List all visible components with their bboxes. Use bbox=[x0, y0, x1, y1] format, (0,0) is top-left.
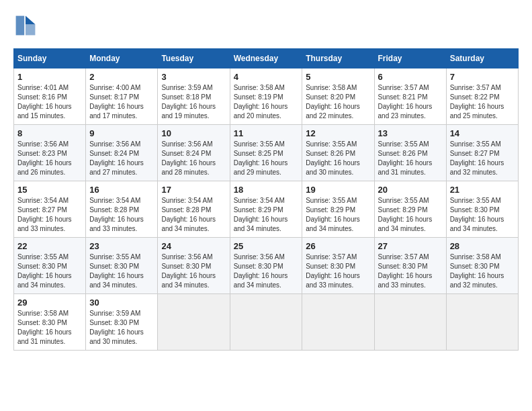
calendar-week-row: 8 Sunrise: 3:56 AMSunset: 8:23 PMDayligh… bbox=[14, 125, 519, 181]
calendar-day-cell: 18 Sunrise: 3:54 AMSunset: 8:29 PMDaylig… bbox=[230, 181, 302, 238]
calendar-day-cell bbox=[230, 294, 302, 351]
calendar-header-monday: Monday bbox=[86, 49, 158, 68]
day-info: Sunrise: 4:00 AMSunset: 8:17 PMDaylight:… bbox=[89, 83, 154, 121]
day-info: Sunrise: 3:55 AMSunset: 8:26 PMDaylight:… bbox=[378, 140, 443, 177]
calendar-day-cell: 20 Sunrise: 3:55 AMSunset: 8:29 PMDaylig… bbox=[374, 181, 446, 238]
calendar-day-cell: 6 Sunrise: 3:57 AMSunset: 8:21 PMDayligh… bbox=[374, 68, 446, 125]
calendar-day-cell: 16 Sunrise: 3:54 AMSunset: 8:28 PMDaylig… bbox=[86, 181, 158, 238]
day-number: 2 bbox=[89, 72, 154, 82]
calendar-day-cell: 7 Sunrise: 3:57 AMSunset: 8:22 PMDayligh… bbox=[446, 68, 518, 125]
calendar-day-cell: 17 Sunrise: 3:54 AMSunset: 8:28 PMDaylig… bbox=[158, 181, 230, 238]
day-info: Sunrise: 3:55 AMSunset: 8:30 PMDaylight:… bbox=[89, 253, 154, 290]
day-info: Sunrise: 3:57 AMSunset: 8:22 PMDaylight:… bbox=[450, 83, 515, 121]
day-info: Sunrise: 3:54 AMSunset: 8:28 PMDaylight:… bbox=[161, 196, 226, 234]
logo-icon bbox=[13, 13, 38, 38]
day-info: Sunrise: 3:58 AMSunset: 8:30 PMDaylight:… bbox=[450, 253, 515, 290]
day-number: 6 bbox=[378, 72, 443, 82]
calendar-header-sunday: Sunday bbox=[14, 49, 86, 68]
day-info: Sunrise: 3:56 AMSunset: 8:30 PMDaylight:… bbox=[234, 253, 299, 290]
day-info: Sunrise: 4:01 AMSunset: 8:16 PMDaylight:… bbox=[17, 83, 82, 121]
day-number: 8 bbox=[17, 128, 82, 138]
calendar-day-cell: 11 Sunrise: 3:55 AMSunset: 8:25 PMDaylig… bbox=[230, 125, 302, 181]
calendar-week-row: 1 Sunrise: 4:01 AMSunset: 8:16 PMDayligh… bbox=[14, 68, 519, 125]
day-info: Sunrise: 3:57 AMSunset: 8:21 PMDaylight:… bbox=[378, 83, 443, 121]
day-number: 24 bbox=[161, 241, 226, 251]
day-number: 13 bbox=[378, 128, 443, 138]
calendar-day-cell: 12 Sunrise: 3:55 AMSunset: 8:26 PMDaylig… bbox=[302, 125, 374, 181]
calendar-day-cell: 29 Sunrise: 3:58 AMSunset: 8:30 PMDaylig… bbox=[14, 294, 86, 351]
day-number: 18 bbox=[234, 185, 299, 195]
day-number: 21 bbox=[450, 185, 515, 195]
calendar-day-cell: 19 Sunrise: 3:55 AMSunset: 8:29 PMDaylig… bbox=[302, 181, 374, 238]
day-info: Sunrise: 3:57 AMSunset: 8:30 PMDaylight:… bbox=[378, 253, 443, 290]
day-number: 17 bbox=[161, 185, 226, 195]
calendar-day-cell: 28 Sunrise: 3:58 AMSunset: 8:30 PMDaylig… bbox=[446, 238, 518, 294]
calendar-day-cell bbox=[158, 294, 230, 351]
calendar-day-cell: 10 Sunrise: 3:56 AMSunset: 8:24 PMDaylig… bbox=[158, 125, 230, 181]
day-info: Sunrise: 3:55 AMSunset: 8:29 PMDaylight:… bbox=[378, 196, 443, 234]
day-info: Sunrise: 3:58 AMSunset: 8:30 PMDaylight:… bbox=[17, 309, 82, 347]
day-number: 27 bbox=[378, 241, 443, 251]
day-info: Sunrise: 3:55 AMSunset: 8:30 PMDaylight:… bbox=[17, 253, 82, 290]
svg-marker-1 bbox=[26, 24, 35, 35]
calendar-header-row: SundayMondayTuesdayWednesdayThursdayFrid… bbox=[14, 49, 519, 68]
calendar-day-cell: 25 Sunrise: 3:56 AMSunset: 8:30 PMDaylig… bbox=[230, 238, 302, 294]
calendar-header-tuesday: Tuesday bbox=[158, 49, 230, 68]
day-number: 10 bbox=[161, 128, 226, 138]
day-number: 3 bbox=[161, 72, 226, 82]
day-info: Sunrise: 3:56 AMSunset: 8:23 PMDaylight:… bbox=[17, 140, 82, 177]
day-info: Sunrise: 3:54 AMSunset: 8:29 PMDaylight:… bbox=[234, 196, 299, 234]
day-number: 12 bbox=[306, 128, 370, 138]
day-info: Sunrise: 3:59 AMSunset: 8:30 PMDaylight:… bbox=[89, 309, 154, 347]
day-info: Sunrise: 3:54 AMSunset: 8:27 PMDaylight:… bbox=[17, 196, 82, 234]
calendar-day-cell: 13 Sunrise: 3:55 AMSunset: 8:26 PMDaylig… bbox=[374, 125, 446, 181]
svg-rect-2 bbox=[16, 16, 25, 36]
calendar-week-row: 15 Sunrise: 3:54 AMSunset: 8:27 PMDaylig… bbox=[14, 181, 519, 238]
calendar-day-cell: 21 Sunrise: 3:55 AMSunset: 8:30 PMDaylig… bbox=[446, 181, 518, 238]
day-number: 25 bbox=[234, 241, 299, 251]
calendar-day-cell: 26 Sunrise: 3:57 AMSunset: 8:30 PMDaylig… bbox=[302, 238, 374, 294]
calendar-header-thursday: Thursday bbox=[302, 49, 374, 68]
calendar-day-cell: 23 Sunrise: 3:55 AMSunset: 8:30 PMDaylig… bbox=[86, 238, 158, 294]
calendar-table: SundayMondayTuesdayWednesdayThursdayFrid… bbox=[13, 48, 519, 351]
day-number: 22 bbox=[17, 241, 82, 251]
calendar-week-row: 22 Sunrise: 3:55 AMSunset: 8:30 PMDaylig… bbox=[14, 238, 519, 294]
calendar-day-cell: 2 Sunrise: 4:00 AMSunset: 8:17 PMDayligh… bbox=[86, 68, 158, 125]
calendar-day-cell: 22 Sunrise: 3:55 AMSunset: 8:30 PMDaylig… bbox=[14, 238, 86, 294]
calendar-header-saturday: Saturday bbox=[446, 49, 518, 68]
day-info: Sunrise: 3:59 AMSunset: 8:18 PMDaylight:… bbox=[161, 83, 226, 121]
day-info: Sunrise: 3:55 AMSunset: 8:30 PMDaylight:… bbox=[450, 196, 515, 234]
day-number: 28 bbox=[450, 241, 515, 251]
calendar-day-cell: 9 Sunrise: 3:56 AMSunset: 8:24 PMDayligh… bbox=[86, 125, 158, 181]
day-info: Sunrise: 3:55 AMSunset: 8:27 PMDaylight:… bbox=[450, 140, 515, 177]
calendar-day-cell: 24 Sunrise: 3:56 AMSunset: 8:30 PMDaylig… bbox=[158, 238, 230, 294]
day-info: Sunrise: 3:55 AMSunset: 8:29 PMDaylight:… bbox=[306, 196, 370, 234]
page-header bbox=[13, 13, 519, 38]
day-number: 5 bbox=[306, 72, 370, 82]
calendar-day-cell: 30 Sunrise: 3:59 AMSunset: 8:30 PMDaylig… bbox=[86, 294, 158, 351]
day-info: Sunrise: 3:58 AMSunset: 8:19 PMDaylight:… bbox=[234, 83, 299, 121]
calendar-day-cell: 5 Sunrise: 3:58 AMSunset: 8:20 PMDayligh… bbox=[302, 68, 374, 125]
day-number: 23 bbox=[89, 241, 154, 251]
calendar-header-wednesday: Wednesday bbox=[230, 49, 302, 68]
day-info: Sunrise: 3:56 AMSunset: 8:24 PMDaylight:… bbox=[89, 140, 154, 177]
calendar-week-row: 29 Sunrise: 3:58 AMSunset: 8:30 PMDaylig… bbox=[14, 294, 519, 351]
calendar-day-cell: 27 Sunrise: 3:57 AMSunset: 8:30 PMDaylig… bbox=[374, 238, 446, 294]
calendar-day-cell bbox=[446, 294, 518, 351]
calendar-day-cell: 8 Sunrise: 3:56 AMSunset: 8:23 PMDayligh… bbox=[14, 125, 86, 181]
day-number: 11 bbox=[234, 128, 299, 138]
day-number: 30 bbox=[89, 298, 154, 308]
day-number: 15 bbox=[17, 185, 82, 195]
calendar-header-friday: Friday bbox=[374, 49, 446, 68]
day-number: 29 bbox=[17, 298, 82, 308]
day-number: 7 bbox=[450, 72, 515, 82]
calendar-day-cell: 1 Sunrise: 4:01 AMSunset: 8:16 PMDayligh… bbox=[14, 68, 86, 125]
logo bbox=[13, 13, 42, 38]
day-number: 20 bbox=[378, 185, 443, 195]
day-info: Sunrise: 3:54 AMSunset: 8:28 PMDaylight:… bbox=[89, 196, 154, 234]
day-info: Sunrise: 3:55 AMSunset: 8:25 PMDaylight:… bbox=[234, 140, 299, 177]
day-number: 1 bbox=[17, 72, 82, 82]
day-info: Sunrise: 3:55 AMSunset: 8:26 PMDaylight:… bbox=[306, 140, 370, 177]
day-number: 14 bbox=[450, 128, 515, 138]
calendar-day-cell: 14 Sunrise: 3:55 AMSunset: 8:27 PMDaylig… bbox=[446, 125, 518, 181]
